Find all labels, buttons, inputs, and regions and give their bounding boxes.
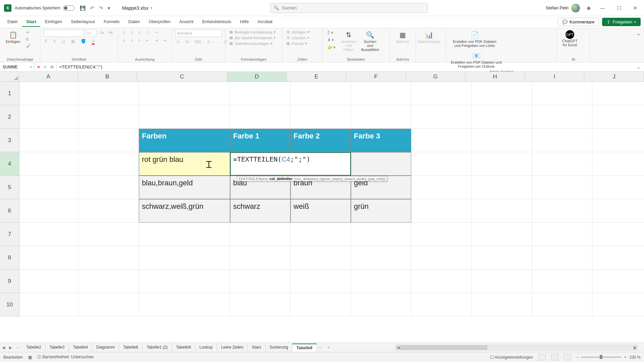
row-header-2[interactable]: 2 [0, 105, 19, 129]
cell-C2[interactable] [139, 105, 230, 129]
autosave-toggle[interactable] [63, 5, 74, 11]
cell-D7[interactable] [230, 223, 290, 246]
font-color-icon[interactable]: A [91, 38, 96, 44]
cell-G5[interactable] [411, 176, 472, 199]
cell-H10[interactable] [472, 293, 532, 316]
comma-icon[interactable]: 000 [193, 39, 203, 45]
cell-G10[interactable] [411, 293, 472, 316]
wrap-text-icon[interactable]: ↵ [154, 29, 160, 36]
tab-einfuegen[interactable]: Einfügen [41, 17, 66, 27]
data-analysis-button[interactable]: 📊 Datenanalyse [419, 29, 439, 44]
row-header-7[interactable]: 7 [0, 223, 19, 246]
cell-B3[interactable] [78, 129, 139, 152]
cell-H2[interactable] [472, 105, 532, 129]
cell-C10[interactable] [139, 293, 230, 316]
tab-ansicht[interactable]: Ansicht [175, 17, 198, 27]
cell-B8[interactable] [78, 246, 139, 269]
cell-D9[interactable] [230, 269, 290, 293]
cell-I8[interactable] [532, 246, 592, 269]
cell-E6[interactable]: weiß [290, 199, 351, 223]
window-minimize-icon[interactable]: — [597, 4, 607, 12]
cell-F1[interactable] [351, 82, 411, 105]
sheet-tab-tabelle4[interactable]: Tabelle4 [69, 344, 92, 352]
cell-B6[interactable] [78, 199, 139, 223]
increase-decimal-icon[interactable]: .0→ [205, 39, 215, 45]
cell-F6[interactable]: grün [351, 199, 411, 223]
cell-I7[interactable] [532, 223, 592, 246]
cell-F7[interactable] [351, 223, 411, 246]
cell-H1[interactable] [472, 82, 532, 105]
copy-icon[interactable]: ⎘ [25, 36, 32, 42]
cell-F10[interactable] [351, 293, 411, 316]
sheet-tab-leere-zeilen[interactable]: Leere Zeilen [217, 344, 248, 352]
hscroll-right-arrow-icon[interactable]: ▶ [633, 345, 637, 350]
cell-G6[interactable] [411, 199, 472, 223]
tab-daten[interactable]: Daten [124, 17, 144, 27]
display-settings-button[interactable]: 🖵 Anzeigeeinstellungen [490, 355, 533, 360]
percent-icon[interactable]: % [184, 39, 191, 45]
cell-C7[interactable] [139, 223, 230, 246]
align-top-icon[interactable]: ≡ [121, 29, 126, 36]
font-name-combo[interactable] [44, 29, 84, 37]
tab-datei[interactable]: Datei [3, 17, 21, 27]
sheet-add-icon[interactable]: ＋ [325, 345, 333, 350]
cell-H9[interactable] [472, 269, 532, 293]
cell-F3[interactable]: Farbe 3 [351, 129, 411, 152]
cell-A2[interactable] [19, 105, 78, 129]
cut-icon[interactable]: ✂ [25, 29, 32, 36]
column-header-A[interactable]: A [19, 72, 78, 82]
sheet-tab-stars[interactable]: Stars [248, 344, 266, 352]
paste-button[interactable]: 📋 Einfügen [3, 29, 23, 44]
cell-I5[interactable] [532, 176, 592, 199]
redo-icon[interactable]: ↷ [99, 5, 103, 11]
column-header-C[interactable]: C [137, 72, 227, 82]
status-macro-icon[interactable]: ▦ [28, 355, 32, 360]
column-header-B[interactable]: B [78, 72, 138, 82]
cell-D6[interactable]: schwarz [230, 199, 290, 223]
align-middle-icon[interactable]: ≡ [129, 29, 134, 36]
cell-J2[interactable] [592, 105, 644, 129]
cell-C1[interactable] [139, 82, 230, 105]
tab-entwicklertools[interactable]: Entwicklertools [198, 17, 235, 27]
align-right-icon[interactable]: ≡ [137, 38, 142, 44]
cell-A4[interactable] [19, 152, 78, 176]
tab-formeln[interactable]: Formeln [100, 17, 124, 27]
cell-J4[interactable] [592, 152, 644, 176]
cell-H7[interactable] [472, 223, 532, 246]
formula-bar-expand-icon[interactable]: ⌄ [633, 64, 644, 70]
underline-icon[interactable]: U [61, 38, 66, 44]
sheet-tab-sortierung[interactable]: Sortierung [266, 344, 292, 352]
format-painter-icon[interactable]: 🖌 [25, 43, 32, 49]
cell-E9[interactable] [290, 269, 351, 293]
save-icon[interactable]: 💾 [80, 5, 86, 11]
cell-F8[interactable] [351, 246, 411, 269]
view-page-break-icon[interactable] [564, 354, 571, 360]
currency-icon[interactable]: ₠ [175, 39, 181, 45]
sheet-tab-tabelle2[interactable]: Tabelle2 [22, 344, 46, 352]
orientation-icon[interactable]: ⭯ [145, 29, 151, 36]
cell-A1[interactable] [19, 82, 78, 105]
cell-B4[interactable] [78, 152, 139, 176]
formula-fx-icon[interactable]: fx [49, 65, 55, 69]
cell-E2[interactable] [290, 105, 351, 129]
cell-F4[interactable] [351, 152, 411, 176]
cell-B2[interactable] [78, 105, 139, 129]
italic-icon[interactable]: K [52, 38, 57, 44]
merge-icon[interactable]: ⇔ [162, 38, 168, 44]
format-cells-button[interactable]: ▦Format ▾ [286, 41, 307, 46]
cell-B9[interactable] [78, 269, 139, 293]
cell-J6[interactable] [592, 199, 644, 223]
select-all-corner[interactable] [0, 72, 19, 82]
cell-C3[interactable]: Farben [139, 129, 230, 152]
zoom-level[interactable]: 100 % [629, 355, 641, 360]
horizontal-scrollbar[interactable]: ◀ ▶ [396, 345, 637, 350]
cell-D3[interactable]: Farbe 1 [230, 129, 290, 152]
row-header-5[interactable]: 5 [0, 176, 19, 199]
cell-I2[interactable] [532, 105, 592, 129]
zoom-out-icon[interactable]: − [577, 355, 579, 360]
qat-customize-icon[interactable]: ▾ [108, 5, 110, 11]
row-header-1[interactable]: 1 [0, 82, 19, 105]
tab-seitenlayout[interactable]: Seitenlayout [67, 17, 99, 27]
align-center-icon[interactable]: ≡ [129, 38, 134, 44]
sheet-tab-tabelle1-2-[interactable]: Tabelle1 (2) [143, 344, 172, 352]
